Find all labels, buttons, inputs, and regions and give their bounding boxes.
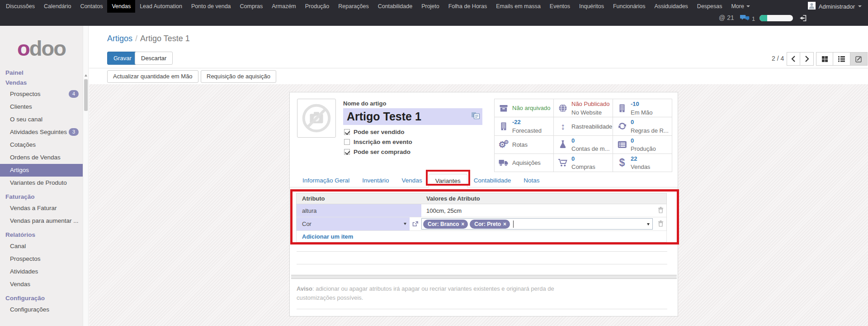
scroll-up-arrow-icon[interactable] xyxy=(85,74,87,77)
sidebar-item-vendas-para-aumentar[interactable]: Vendas para aumentar ... xyxy=(0,215,83,227)
sidebar-header-faturacao[interactable]: Faturação xyxy=(0,192,83,202)
menu-contabilidade[interactable]: Contabilidade xyxy=(373,0,417,13)
menu-funcionarios[interactable]: Funcionários xyxy=(609,0,650,13)
menu-contatos[interactable]: Contatos xyxy=(75,0,107,13)
breadcrumb-parent-link[interactable]: Artigos xyxy=(107,34,132,43)
kanban-view-button[interactable] xyxy=(816,52,833,66)
tab-contabilidade[interactable]: Contabilidade xyxy=(467,174,518,187)
tab-inventario[interactable]: Inventário xyxy=(356,174,395,187)
menu-eventos[interactable]: Eventos xyxy=(545,0,575,13)
sidebar-item-vendas-relatorio[interactable]: Vendas xyxy=(0,278,83,291)
trash-icon[interactable] xyxy=(658,220,664,228)
sidebar-scrollbar[interactable] xyxy=(83,26,89,326)
user-menu[interactable]: Administrador xyxy=(808,2,862,11)
attribute-cell-altura[interactable]: altura xyxy=(297,204,421,217)
remove-tag-icon[interactable]: × xyxy=(461,221,464,227)
smart-button-website[interactable]: Não PublicadoNo Website xyxy=(554,99,613,117)
trash-icon[interactable] xyxy=(658,206,664,215)
sidebar-item-cotacoes[interactable]: Cotações xyxy=(0,139,83,151)
sign-out-icon[interactable] xyxy=(799,14,807,24)
tag-cor-branco[interactable]: Cor: Branco× xyxy=(423,220,468,229)
menu-discussoes[interactable]: Discussões xyxy=(1,0,39,13)
translate-icon[interactable] xyxy=(471,112,480,121)
sidebar-header-painel[interactable]: Painel xyxy=(0,68,83,78)
sidebar-item-prospectos-relatorio[interactable]: Prospectos xyxy=(0,253,83,265)
mentions-counter[interactable]: @ 21 xyxy=(719,14,734,21)
sidebar-item-atividades[interactable]: Atividades xyxy=(0,265,83,278)
sidebar-item-prospectos[interactable]: Prospectos4 xyxy=(0,88,83,101)
external-link-icon[interactable] xyxy=(410,217,421,230)
dropdown-caret-icon[interactable] xyxy=(404,223,406,225)
tab-vendas[interactable]: Vendas xyxy=(396,174,429,187)
sidebar-item-artigos[interactable]: Artigos xyxy=(0,164,83,177)
menu-folha-de-horas[interactable]: Folha de Horas xyxy=(444,0,491,13)
menu-producao[interactable]: Produção xyxy=(301,0,334,13)
sidebar-item-vendas-a-faturar[interactable]: Vendas a Faturar xyxy=(0,202,83,215)
pager-previous-button[interactable] xyxy=(787,52,800,66)
sidebar-item-ordens-de-vendas[interactable]: Ordens de Vendas xyxy=(0,151,83,164)
menu-inqueritos[interactable]: Inquéritos xyxy=(575,0,609,13)
smart-button-bill-of-materials[interactable]: 0Contas de m... xyxy=(554,136,613,153)
menu-lead-automation[interactable]: Lead Automation xyxy=(135,0,187,13)
dropdown-caret-icon[interactable] xyxy=(647,223,650,225)
sidebar-header-configuracao[interactable]: Configuração xyxy=(0,293,83,303)
checkbox-checked-icon xyxy=(344,149,350,155)
smart-button-purchases[interactable]: 0Compras xyxy=(554,154,613,172)
smart-button-forecasted[interactable]: -22Forecasted xyxy=(495,117,553,135)
checkbox-inscricao-em-evento[interactable]: Inscrição em evento xyxy=(344,139,412,145)
remove-tag-icon[interactable]: × xyxy=(503,221,506,227)
sidebar-item-variantes-de-produto[interactable]: Variantes de Produto xyxy=(0,177,83,189)
smart-button-reordering-rules[interactable]: 0Regras de R... xyxy=(613,117,672,135)
update-quantity-button[interactable]: Actualizar quantidade em Mão xyxy=(107,70,198,83)
tab-notas[interactable]: Notas xyxy=(517,174,546,187)
list-view-button[interactable] xyxy=(833,52,850,66)
sidebar-item-atividades-seguintes[interactable]: Atividades Seguintes3 xyxy=(0,126,83,139)
tab-informacao-geral[interactable]: Informação Geral xyxy=(296,174,356,187)
checkbox-pode-ser-vendido[interactable]: Pode ser vendido xyxy=(344,129,405,135)
smart-button-traceability[interactable]: ↕ Rastreabilidade xyxy=(554,117,613,135)
scrollbar-thumb[interactable] xyxy=(84,79,88,111)
sidebar-item-canal[interactable]: Canal xyxy=(0,240,83,253)
menu-compras[interactable]: Compras xyxy=(236,0,268,13)
smart-button-routes[interactable]: ⚙⚙ Rotas xyxy=(495,136,553,153)
values-cell-altura[interactable]: 100cm, 25cm xyxy=(421,204,655,217)
menu-more[interactable]: More xyxy=(726,0,754,13)
smart-button-sales[interactable]: $ 22Vendas xyxy=(613,154,672,172)
menu-vendas[interactable]: Vendas xyxy=(107,0,135,13)
menu-armazem[interactable]: Armazém xyxy=(267,0,300,13)
sidebar-header-relatorios[interactable]: Relatórios xyxy=(0,230,83,240)
product-image-placeholder[interactable] xyxy=(297,99,336,138)
add-item-link[interactable]: Adicionar um item xyxy=(297,233,353,240)
purchase-requisition-button[interactable]: Requisição de aquisição xyxy=(201,70,276,83)
attribute-cell-cor[interactable]: Cor xyxy=(297,217,410,230)
message-count: 1 xyxy=(752,15,755,22)
product-name-field[interactable]: Artigo Teste 1 xyxy=(343,108,482,125)
form-view-button[interactable] xyxy=(850,52,868,66)
checkbox-pode-ser-comprado[interactable]: Pode ser comprado xyxy=(344,149,410,155)
menu-emails-em-massa[interactable]: Emails em massa xyxy=(491,0,545,13)
smart-button-archive[interactable]: Não arquivado xyxy=(495,99,553,117)
menu-ponto-de-venda[interactable]: Ponto de venda xyxy=(187,0,236,13)
save-button[interactable]: Gravar xyxy=(107,52,138,65)
menu-despesas[interactable]: Despesas xyxy=(693,0,727,13)
smart-button-procurements[interactable]: Aquisições xyxy=(495,154,553,172)
sidebar-item-clientes[interactable]: Clientes xyxy=(0,101,83,113)
attribute-values-tags-input[interactable]: Cor: Branco× Cor: Preto× xyxy=(421,218,653,230)
archive-icon xyxy=(498,104,509,113)
pager-next-button[interactable] xyxy=(800,52,814,66)
sidebar-item-configuracoes[interactable]: Configurações xyxy=(0,303,83,316)
tag-cor-preto[interactable]: Cor: Preto× xyxy=(470,220,510,229)
menu-assiduidades[interactable]: Assiduidades xyxy=(650,0,693,13)
sidebar-item-o-seu-canal[interactable]: O seu canal xyxy=(0,113,83,126)
messages-counter[interactable]: 1 xyxy=(740,14,755,23)
menu-projeto[interactable]: Projeto xyxy=(417,0,444,13)
pager-counter: 2 / 4 xyxy=(772,55,784,62)
smart-button-manufacturing[interactable]: 0Produção xyxy=(613,136,672,153)
menu-reparacoes[interactable]: Reparações xyxy=(334,0,373,13)
sidebar-header-vendas[interactable]: Vendas xyxy=(0,78,83,88)
notebook-tabs: Informação Geral Inventário Vendas Varia… xyxy=(296,174,546,187)
tab-variantes[interactable]: Variantes xyxy=(429,174,467,187)
discard-button[interactable]: Descartar xyxy=(135,52,173,65)
smart-button-on-hand[interactable]: -10Em Mão xyxy=(613,99,672,117)
menu-calendario[interactable]: Calendário xyxy=(39,0,75,13)
